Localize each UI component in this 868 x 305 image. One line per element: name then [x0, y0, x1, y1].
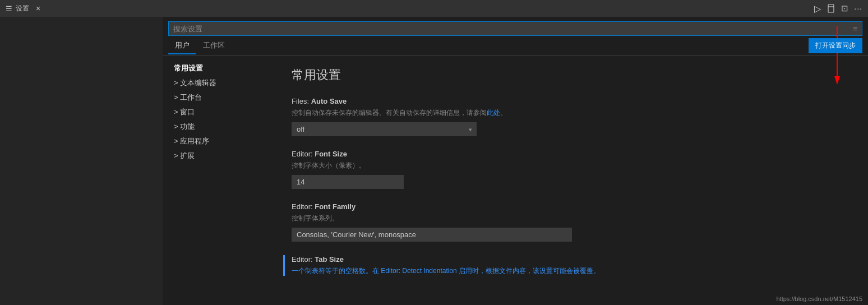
sidebar-item-text-editor[interactable]: > 文本编辑器 [163, 76, 275, 90]
editor-font-size-prefix: Editor: [292, 150, 315, 158]
more-actions-icon[interactable]: ··· [854, 4, 862, 13]
titlebar-title: 设置 [16, 4, 29, 13]
footer-url: https://blog.csdn.net/M1512415 [777, 295, 863, 302]
sidebar-nav: 常用设置 > 文本编辑器 > 工作台 > 窗口 > 功能 > 应用程序 > 扩展 [163, 56, 275, 305]
settings-panel: ≡ 用户 工作区 打开设置同步 常用设置 > 文本编辑器 > 工作台 > 窗口 … [163, 17, 868, 305]
arrow-annotation [820, 23, 854, 92]
run-icon[interactable]: ▷ [814, 3, 821, 14]
content-area: 常用设置 > 文本编辑器 > 工作台 > 窗口 > 功能 > 应用程序 > 扩展… [163, 56, 868, 305]
editor-tab-size-key: Tab Size [315, 255, 344, 264]
sidebar-item-application[interactable]: > 应用程序 [163, 134, 275, 149]
files-auto-save-select[interactable]: off afterDelay onFocusChange onWindowCha… [292, 122, 477, 136]
svg-marker-2 [834, 76, 840, 85]
settings-content: 常用设置 Files: Auto Save 控制自动保存未保存的编辑器。有关自动… [275, 56, 868, 305]
editor-tab-size-description: 一个制表符等于的空格数。在 Editor: Detect Indentation… [292, 266, 851, 276]
files-auto-save-prefix: Files: [292, 97, 311, 105]
tab-user[interactable]: 用户 [168, 37, 196, 54]
files-auto-save-select-wrapper: off afterDelay onFocusChange onWindowCha… [292, 122, 477, 136]
editor-font-size-label: Editor: Font Size [292, 150, 851, 158]
editor-tab-size-prefix: Editor: [292, 255, 315, 264]
search-input[interactable] [173, 25, 853, 33]
left-gutter [0, 17, 163, 305]
setting-editor-font-size: Editor: Font Size 控制字体大小（像素）。 [292, 150, 851, 189]
setting-editor-tab-size: Editor: Tab Size 一个制表符等于的空格数。在 Editor: D… [283, 255, 851, 276]
files-auto-save-description: 控制自动保存未保存的编辑器。有关自动保存的详细信息，请参阅此处。 [292, 108, 851, 118]
editor-tab-size-label: Editor: Tab Size [292, 255, 851, 264]
setting-files-auto-save: Files: Auto Save 控制自动保存未保存的编辑器。有关自动保存的详细… [292, 97, 851, 136]
editor-font-family-input[interactable] [292, 228, 572, 242]
titlebar-actions: ▷ ⊡ ··· [814, 3, 862, 14]
titlebar: ☰ 设置 × ▷ ⊡ ··· [0, 0, 868, 17]
close-button[interactable]: × [34, 4, 43, 13]
editor-font-size-description: 控制字体大小（像素）。 [292, 160, 851, 170]
editor-font-family-key: Font Family [315, 202, 355, 211]
editor-font-family-description: 控制字体系列。 [292, 213, 851, 223]
editor-font-family-prefix: Editor: [292, 202, 315, 211]
files-auto-save-key: Auto Save [311, 97, 347, 105]
sidebar-item-extensions[interactable]: > 扩展 [163, 149, 275, 163]
tab-workspace[interactable]: 工作区 [196, 37, 232, 54]
split-editor-icon[interactable]: ⊡ [841, 3, 848, 13]
sidebar-item-workbench[interactable]: > 工作台 [163, 90, 275, 105]
sync-button[interactable]: 打开设置同步 [809, 38, 862, 53]
section-title: 常用设置 [292, 67, 851, 84]
tabs-bar: 用户 工作区 打开设置同步 [163, 36, 868, 56]
bookmark-icon[interactable] [827, 4, 835, 13]
setting-editor-font-family: Editor: Font Family 控制字体系列。 [292, 202, 851, 242]
files-auto-save-link[interactable]: 此处 [487, 109, 500, 117]
svg-rect-0 [828, 4, 834, 12]
editor-font-family-label: Editor: Font Family [292, 202, 851, 211]
editor-font-size-key: Font Size [315, 150, 347, 158]
settings-menu-icon: ☰ [6, 4, 12, 13]
files-auto-save-label: Files: Auto Save [292, 97, 851, 105]
editor-font-size-input[interactable] [292, 175, 404, 189]
search-bar: ≡ [168, 21, 862, 36]
sidebar-item-features[interactable]: > 功能 [163, 119, 275, 134]
main-container: ≡ 用户 工作区 打开设置同步 常用设置 > 文本编辑器 > 工作台 > 窗口 … [0, 17, 868, 305]
sidebar-item-common[interactable]: 常用设置 [163, 61, 275, 76]
sidebar-item-window[interactable]: > 窗口 [163, 105, 275, 119]
